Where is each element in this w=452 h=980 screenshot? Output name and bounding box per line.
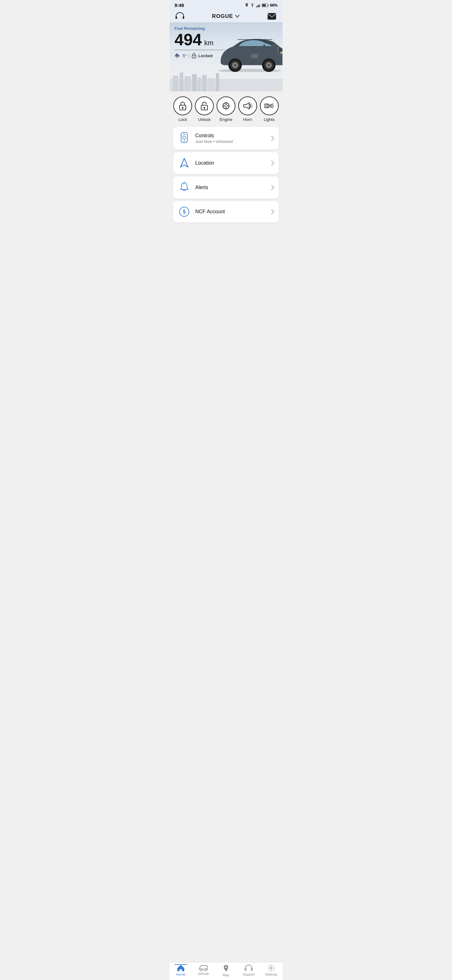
weather-icon <box>174 53 181 58</box>
controls-icon <box>179 132 190 145</box>
lock-button[interactable] <box>173 96 192 115</box>
chevron-down-icon <box>235 15 239 18</box>
mail-icon <box>267 13 276 20</box>
unlock-button[interactable] <box>195 96 214 115</box>
hero-section: Fuel Remaining 494 km 5° | Locked <box>170 22 282 91</box>
svg-rect-37 <box>238 39 273 40</box>
engine-control[interactable]: Engine <box>217 96 235 122</box>
status-time: 9:48 <box>174 3 184 8</box>
svg-point-23 <box>193 57 194 57</box>
battery-pct: 66% <box>270 3 278 8</box>
controls-menu-item[interactable]: Controls Just Now • Unlocked <box>173 127 279 150</box>
divider: | <box>188 53 189 58</box>
ncf-icon: $ <box>179 206 190 217</box>
lock-label: Lock <box>179 117 187 122</box>
location-status-icon <box>245 3 249 8</box>
svg-line-47 <box>271 104 273 105</box>
controls-menu-title: Controls <box>195 133 267 138</box>
temperature: 5° <box>183 53 186 58</box>
car-image <box>213 29 282 72</box>
fuel-unit: km <box>205 39 213 47</box>
vehicle-name: ROGUE <box>212 13 233 19</box>
controls-row: Lock Unlock <box>172 96 280 122</box>
svg-rect-13 <box>179 73 183 91</box>
svg-rect-2 <box>257 5 259 7</box>
unlock-icon <box>200 101 209 111</box>
svg-rect-14 <box>185 76 191 91</box>
svg-rect-8 <box>176 16 177 19</box>
location-menu-item[interactable]: Location <box>173 152 279 174</box>
controls-chevron-icon <box>271 136 274 141</box>
location-chevron-icon <box>271 161 274 165</box>
menu-section: Controls Just Now • Unlocked Location <box>170 124 282 225</box>
svg-rect-10 <box>268 13 276 19</box>
svg-rect-35 <box>251 54 258 59</box>
controls-icon-wrap <box>178 132 191 145</box>
alerts-icon <box>179 181 189 194</box>
horn-label: Horn <box>243 117 252 122</box>
unlock-control[interactable]: Unlock <box>195 96 214 122</box>
svg-point-45 <box>225 105 227 107</box>
engine-button[interactable] <box>217 96 235 115</box>
svg-rect-51 <box>183 137 186 139</box>
svg-point-46 <box>266 105 268 107</box>
location-menu-title: Location <box>195 160 267 166</box>
svg-rect-18 <box>208 78 215 91</box>
lights-label: Lights <box>264 117 274 122</box>
controls-menu-subtitle: Just Now • Unlocked <box>195 139 267 144</box>
alerts-chevron-icon <box>271 185 274 190</box>
svg-rect-19 <box>216 73 219 91</box>
lights-control[interactable]: Lights <box>260 96 279 122</box>
horn-button[interactable] <box>238 96 257 115</box>
support-icon-wrap[interactable] <box>174 12 185 21</box>
svg-point-30 <box>233 64 236 67</box>
lights-icon <box>264 102 274 110</box>
ncf-icon-wrap: $ <box>178 206 191 217</box>
alerts-menu-text: Alerts <box>195 185 267 190</box>
lock-control[interactable]: Lock <box>173 96 192 122</box>
lights-button[interactable] <box>260 96 279 115</box>
quick-controls: Lock Unlock <box>170 91 282 124</box>
fuel-value: 494 <box>174 32 202 48</box>
vehicle-selector[interactable]: ROGUE <box>212 13 239 19</box>
engine-label: Engine <box>220 117 232 122</box>
ncf-menu-title: NCF Account <box>195 209 267 215</box>
svg-line-20 <box>176 57 177 58</box>
location-menu-text: Location <box>195 160 267 166</box>
svg-rect-9 <box>183 16 184 19</box>
ncf-account-menu-item[interactable]: $ NCF Account <box>173 201 279 223</box>
unlock-label: Unlock <box>198 117 211 122</box>
engine-icon <box>221 101 231 111</box>
svg-text:$: $ <box>183 209 186 215</box>
mail-button[interactable] <box>266 12 278 21</box>
app-header: ROGUE <box>170 9 282 22</box>
status-bar: 9:48 66% <box>170 0 282 9</box>
svg-rect-1 <box>256 6 257 7</box>
skyline-bg <box>170 69 282 91</box>
lock-status-text: Locked <box>198 53 213 58</box>
location-icon-wrap <box>178 157 191 169</box>
lock-icon <box>178 101 187 111</box>
location-icon <box>179 157 189 169</box>
horn-control[interactable]: Horn <box>238 96 257 122</box>
alerts-menu-title: Alerts <box>195 185 267 190</box>
svg-point-34 <box>267 64 270 67</box>
svg-rect-16 <box>198 77 201 91</box>
svg-rect-7 <box>262 4 266 6</box>
svg-rect-15 <box>192 74 197 91</box>
alerts-menu-item[interactable]: Alerts <box>173 177 279 199</box>
ncf-chevron-icon <box>271 209 274 214</box>
ncf-menu-text: NCF Account <box>195 209 267 215</box>
horn-icon <box>243 102 252 110</box>
svg-rect-6 <box>268 5 268 6</box>
controls-menu-text: Controls Just Now • Unlocked <box>195 133 267 144</box>
svg-rect-3 <box>259 5 260 7</box>
alerts-icon-wrap <box>178 181 191 194</box>
status-icons: 66% <box>245 3 278 8</box>
svg-rect-4 <box>260 3 260 7</box>
wifi-icon <box>250 3 255 7</box>
svg-rect-12 <box>173 76 178 91</box>
lock-status-icon <box>192 53 197 59</box>
svg-line-49 <box>271 107 273 108</box>
svg-rect-17 <box>202 75 206 91</box>
